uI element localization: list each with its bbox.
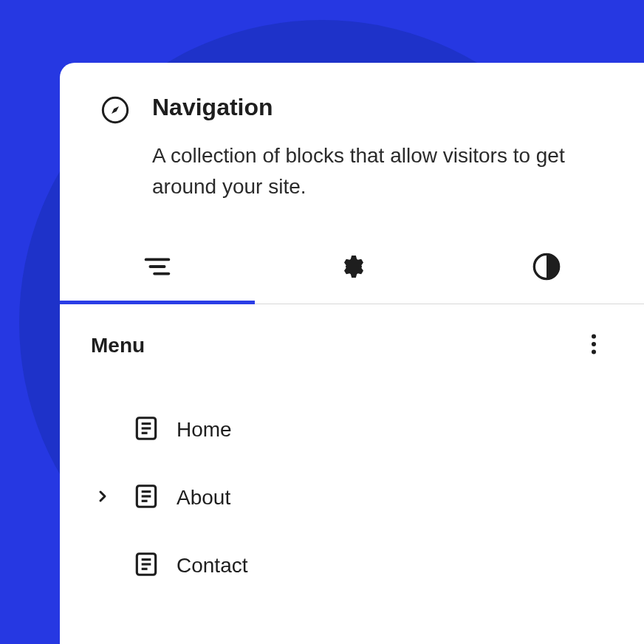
tab-list-view[interactable] (60, 232, 255, 304)
contrast-icon (532, 252, 561, 284)
page-icon (132, 414, 160, 445)
block-header-text: Navigation A collection of blocks that a… (152, 94, 603, 202)
gear-icon (338, 252, 367, 284)
svg-point-7 (592, 350, 596, 354)
menu-item-contact[interactable]: Contact (132, 532, 613, 600)
page-icon (132, 482, 160, 513)
menu-header: Menu (91, 331, 613, 360)
tab-settings[interactable] (255, 232, 450, 304)
menu-item-label: Home (177, 418, 232, 442)
menu-item-about[interactable]: About (132, 464, 613, 532)
list-view-icon (140, 250, 174, 287)
svg-point-6 (592, 342, 596, 346)
page-icon (132, 550, 160, 581)
navigation-panel: Navigation A collection of blocks that a… (60, 63, 644, 644)
svg-point-5 (592, 335, 596, 339)
menu-items-list: Home About (91, 396, 613, 600)
menu-section: Menu Home (60, 304, 644, 600)
menu-item-label: About (177, 486, 230, 510)
more-options-button[interactable] (580, 331, 613, 360)
block-title: Navigation (152, 94, 603, 121)
settings-tabs (60, 232, 644, 304)
block-description: A collection of blocks that allow visito… (152, 140, 603, 202)
menu-item-home[interactable]: Home (132, 396, 613, 464)
menu-item-label: Contact (177, 554, 248, 578)
tab-styles[interactable] (449, 232, 644, 304)
block-header: Navigation A collection of blocks that a… (60, 63, 644, 232)
menu-heading: Menu (91, 334, 145, 357)
compass-icon (100, 95, 130, 202)
chevron-right-icon[interactable] (94, 487, 112, 508)
